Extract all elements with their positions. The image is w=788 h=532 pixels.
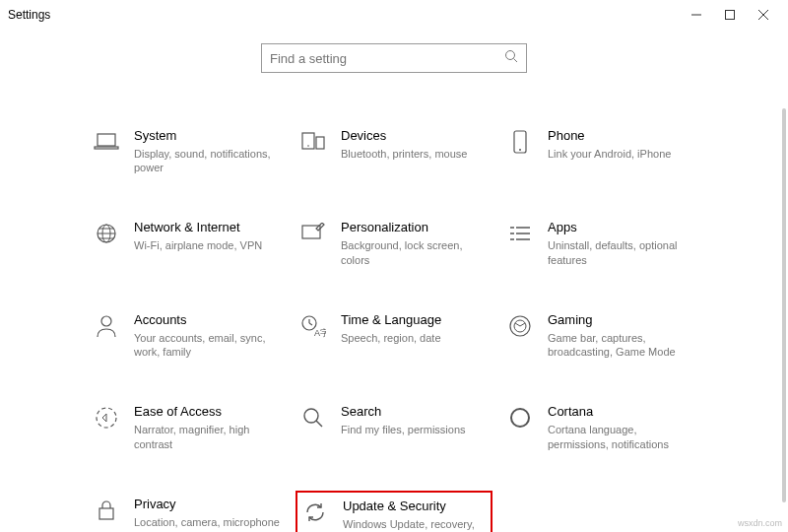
svg-point-25 <box>101 316 111 326</box>
svg-text:A字: A字 <box>314 328 326 338</box>
svg-point-12 <box>519 149 521 151</box>
magnifier-icon <box>299 404 327 432</box>
tile-text: Update & Security Windows Update, recove… <box>343 499 487 532</box>
svg-line-5 <box>514 59 518 63</box>
window-title: Settings <box>8 8 50 22</box>
svg-rect-6 <box>98 134 115 146</box>
tile-desc: Game bar, captures, broadcasting, Game M… <box>548 331 695 360</box>
apps-icon <box>506 220 534 247</box>
tile-desc: Bluetooth, printers, mouse <box>341 147 467 161</box>
devices-icon <box>299 128 327 156</box>
tile-desc: Your accounts, email, sync, work, family <box>134 331 282 360</box>
time-language-icon: A字 <box>299 312 327 340</box>
tile-text: Devices Bluetooth, printers, mouse <box>341 128 467 161</box>
tile-text: Personalization Background, lock screen,… <box>341 220 489 266</box>
tile-title: Devices <box>341 128 467 145</box>
tile-title: Network & Internet <box>134 220 262 236</box>
tile-search[interactable]: Search Find my files, permissions <box>296 398 492 456</box>
tile-cortana[interactable]: Cortana Cortana language, permissions, n… <box>502 398 699 456</box>
gaming-icon <box>506 312 534 340</box>
tile-title: Personalization <box>341 220 489 236</box>
tile-text: Network & Internet Wi-Fi, airplane mode,… <box>134 220 262 252</box>
tile-text: Accounts Your accounts, email, sync, wor… <box>134 312 282 359</box>
update-icon <box>301 499 329 526</box>
svg-point-33 <box>304 409 318 423</box>
tile-devices[interactable]: Devices Bluetooth, printers, mouse <box>296 122 492 180</box>
laptop-icon <box>93 128 120 156</box>
tile-desc: Narrator, magnifier, high contrast <box>134 423 282 451</box>
svg-line-28 <box>309 323 312 325</box>
tile-system[interactable]: System Display, sound, notifications, po… <box>89 122 286 180</box>
svg-point-10 <box>307 145 309 147</box>
tile-text: Cortana Cortana language, permissions, n… <box>548 404 695 450</box>
tile-title: System <box>134 128 282 145</box>
tile-apps[interactable]: Apps Uninstall, defaults, optional featu… <box>502 214 699 272</box>
tile-desc: Windows Update, recovery, backup <box>343 517 487 532</box>
person-icon <box>93 312 120 340</box>
tile-accounts[interactable]: Accounts Your accounts, email, sync, wor… <box>89 306 286 365</box>
close-icon <box>758 10 768 20</box>
svg-rect-7 <box>95 147 118 149</box>
tile-title: Accounts <box>134 312 282 329</box>
search-icon <box>504 49 518 67</box>
tile-text: Ease of Access Narrator, magnifier, high… <box>134 404 282 450</box>
svg-rect-1 <box>726 11 735 20</box>
svg-line-34 <box>316 421 322 427</box>
settings-grid: System Display, sound, notifications, po… <box>0 73 788 532</box>
scrollbar[interactable] <box>782 108 786 502</box>
cortana-icon <box>506 404 534 432</box>
minimize-button[interactable] <box>680 1 713 29</box>
minimize-icon <box>691 10 701 20</box>
search-box[interactable] <box>261 43 527 73</box>
tile-personalization[interactable]: Personalization Background, lock screen,… <box>296 214 492 272</box>
tile-text: Time & Language Speech, region, date <box>341 312 441 345</box>
tile-text: Gaming Game bar, captures, broadcasting,… <box>548 312 695 359</box>
close-button[interactable] <box>747 1 780 29</box>
globe-icon <box>93 220 120 247</box>
tile-phone[interactable]: Phone Link your Android, iPhone <box>502 122 699 180</box>
tile-text: Phone Link your Android, iPhone <box>548 128 671 161</box>
titlebar: Settings <box>0 0 788 30</box>
tile-desc: Uninstall, defaults, optional features <box>548 238 695 267</box>
tile-title: Gaming <box>548 312 695 329</box>
tile-desc: Speech, region, date <box>341 331 441 345</box>
tile-desc: Wi-Fi, airplane mode, VPN <box>134 238 262 252</box>
svg-point-4 <box>506 51 515 60</box>
svg-rect-36 <box>99 508 113 519</box>
tile-title: Time & Language <box>341 312 441 329</box>
tile-text: Privacy Location, camera, microphone <box>134 497 280 529</box>
tile-desc: Cortana language, permissions, notificat… <box>548 423 695 451</box>
ease-of-access-icon <box>93 404 120 432</box>
tile-title: Cortana <box>548 404 695 421</box>
maximize-icon <box>725 10 735 20</box>
tile-text: System Display, sound, notifications, po… <box>134 128 282 174</box>
tile-title: Phone <box>548 128 671 145</box>
tile-gaming[interactable]: Gaming Game bar, captures, broadcasting,… <box>502 306 699 365</box>
watermark: wsxdn.com <box>738 518 782 528</box>
tile-text: Apps Uninstall, defaults, optional featu… <box>548 220 695 266</box>
svg-rect-9 <box>316 137 324 149</box>
personalization-icon <box>299 220 327 247</box>
tile-title: Privacy <box>134 497 280 513</box>
tile-privacy[interactable]: Privacy Location, camera, microphone <box>89 491 286 532</box>
tile-time-language[interactable]: A字 Time & Language Speech, region, date <box>296 306 492 365</box>
svg-point-35 <box>511 409 529 427</box>
tile-network[interactable]: Network & Internet Wi-Fi, airplane mode,… <box>89 214 286 272</box>
tile-desc: Background, lock screen, colors <box>341 238 489 267</box>
maximize-button[interactable] <box>713 1 747 29</box>
tile-title: Ease of Access <box>134 404 282 421</box>
tile-desc: Display, sound, notifications, power <box>134 147 282 175</box>
tile-title: Search <box>341 404 466 421</box>
tile-title: Update & Security <box>343 499 487 515</box>
tile-ease-of-access[interactable]: Ease of Access Narrator, magnifier, high… <box>89 398 286 456</box>
tile-desc: Find my files, permissions <box>341 423 466 436</box>
tile-text: Search Find my files, permissions <box>341 404 466 436</box>
tile-update-security[interactable]: Update & Security Windows Update, recove… <box>296 491 492 532</box>
lock-icon <box>93 497 120 524</box>
tile-desc: Location, camera, microphone <box>134 515 280 529</box>
phone-icon <box>506 128 534 156</box>
tile-desc: Link your Android, iPhone <box>548 147 671 161</box>
search-container <box>0 43 788 73</box>
tile-title: Apps <box>548 220 695 236</box>
search-input[interactable] <box>270 51 504 66</box>
